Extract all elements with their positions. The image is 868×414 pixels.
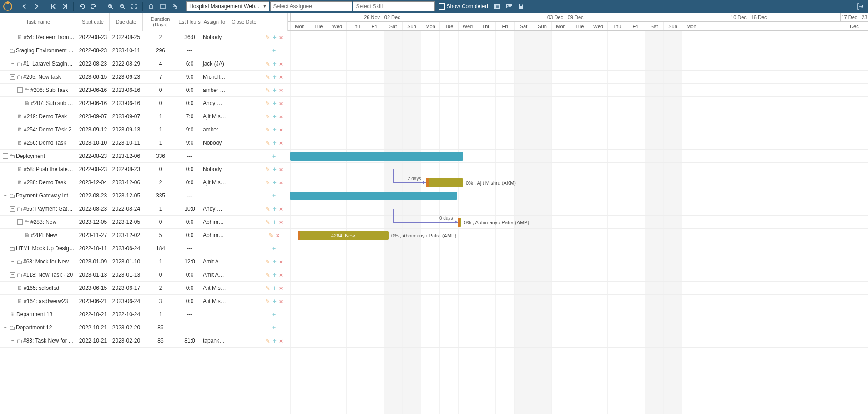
add-icon[interactable]: + — [273, 258, 277, 265]
edit-icon[interactable]: ✎ — [265, 285, 270, 292]
add-icon[interactable]: + — [272, 192, 276, 199]
task-row[interactable]: 🗎 #254: Demo TAsk 22023-09-122023-09-131… — [0, 123, 290, 136]
delete-icon[interactable]: × — [279, 272, 283, 278]
zoom-fit-button[interactable] — [129, 1, 140, 11]
export-excel-button[interactable]: ▦ — [492, 1, 503, 11]
add-icon[interactable]: + — [272, 47, 276, 54]
edit-icon[interactable]: ✎ — [265, 126, 270, 133]
collapse-toggle[interactable]: − — [10, 338, 15, 343]
group-bar[interactable] — [290, 152, 463, 161]
collapse-toggle[interactable]: − — [10, 206, 15, 212]
collapse-toggle[interactable]: − — [10, 259, 15, 264]
edit-icon[interactable]: ✎ — [265, 113, 270, 120]
delete-icon[interactable]: × — [279, 74, 283, 81]
task-row[interactable]: 🗎 #58: Push the latest code2022-08-23202… — [0, 163, 290, 176]
delete-icon[interactable]: × — [279, 219, 283, 226]
collapse-toggle[interactable]: − — [10, 74, 15, 80]
task-row[interactable]: −🗀 #283: New2023-12-052023-12-0500:0Abhi… — [0, 216, 290, 229]
delete-icon[interactable]: × — [279, 166, 283, 173]
task-row[interactable]: −🗀 Payment Gateway Integration2022-08-23… — [0, 189, 290, 202]
nav-forward-button[interactable] — [31, 1, 42, 11]
task-bar[interactable]: #284: New0% , Abhimanyu Patra (AMP) — [298, 231, 389, 240]
add-icon[interactable]: + — [273, 284, 277, 292]
delete-icon[interactable]: × — [279, 87, 283, 94]
task-bar[interactable]: 0% , Ajit Mishra (AKM) — [426, 178, 463, 187]
edit-icon[interactable]: ✎ — [265, 87, 270, 94]
add-icon[interactable]: + — [273, 86, 277, 94]
collapse-toggle[interactable]: − — [10, 272, 15, 278]
add-icon[interactable]: + — [272, 152, 276, 160]
edit-icon[interactable]: ✎ — [265, 61, 270, 67]
task-row[interactable]: −🗀 Staging Environment Setup2022-08-2320… — [0, 44, 290, 57]
export-image-button[interactable] — [504, 1, 515, 11]
nav-back-button[interactable] — [19, 1, 30, 11]
delete-icon[interactable]: × — [279, 285, 283, 292]
go-last-button[interactable] — [60, 1, 71, 11]
edit-icon[interactable]: ✎ — [265, 219, 270, 226]
add-icon[interactable]: + — [273, 73, 277, 81]
delete-icon[interactable]: × — [279, 34, 283, 41]
add-icon[interactable]: + — [273, 100, 277, 107]
edit-icon[interactable]: ✎ — [265, 179, 270, 186]
add-icon[interactable]: + — [273, 60, 277, 67]
task-row[interactable]: −🗀 #68: Mock for New Home2023-01-092023-… — [0, 255, 290, 268]
add-icon[interactable]: + — [273, 126, 277, 133]
edit-icon[interactable]: ✎ — [265, 206, 270, 212]
task-row[interactable]: −🗀 #206: Sub Task2023-06-162023-06-1600:… — [0, 84, 290, 97]
edit-icon[interactable]: ✎ — [265, 166, 270, 173]
undo-button[interactable] — [76, 1, 87, 11]
redo-button[interactable] — [88, 1, 99, 11]
fullscreen-button[interactable] — [157, 1, 168, 11]
edit-icon[interactable]: ✎ — [265, 74, 270, 81]
task-row[interactable]: −🗀 Deployment2022-08-232023-12-06336---+ — [0, 150, 290, 163]
delete-icon[interactable]: × — [279, 61, 283, 67]
task-row[interactable]: −🗀 #1: Laravel Staging Env2022-08-232022… — [0, 57, 290, 71]
collapse-toggle[interactable]: − — [3, 325, 8, 330]
add-icon[interactable]: + — [272, 324, 276, 331]
edit-icon[interactable]: ✎ — [265, 298, 270, 305]
task-row[interactable]: −🗀 HTML Mock Up Designs2022-10-112023-06… — [0, 242, 290, 255]
collapse-toggle[interactable]: − — [3, 48, 8, 53]
show-completed-toggle[interactable]: Show Completed — [436, 3, 491, 10]
task-row[interactable]: −🗀 #56: Payment Gateway2022-08-232022-08… — [0, 202, 290, 216]
collapse-toggle[interactable]: − — [3, 246, 8, 251]
edit-icon[interactable]: ✎ — [265, 34, 270, 41]
exit-button[interactable] — [855, 1, 866, 11]
task-row[interactable]: −🗀 #83: Task New for Design2022-10-21202… — [0, 334, 290, 348]
add-icon[interactable]: + — [273, 298, 277, 305]
delete-button[interactable] — [146, 1, 156, 11]
add-icon[interactable]: + — [273, 139, 277, 146]
skill-input[interactable] — [353, 1, 435, 11]
task-row[interactable]: 🗎 #288: Demo Task2023-12-042023-12-0620:… — [0, 176, 290, 189]
delete-icon[interactable]: × — [279, 338, 283, 344]
add-icon[interactable]: + — [273, 179, 277, 186]
project-select[interactable]: Hospital Management Web... — [186, 1, 269, 11]
collapse-toggle[interactable]: − — [10, 61, 15, 66]
task-bar[interactable]: 0% , Abhimanyu Patra (AMP) — [458, 218, 461, 227]
task-row[interactable]: −🗀 Department 122022-10-212023-02-2086--… — [0, 321, 290, 334]
go-first-button[interactable] — [48, 1, 59, 11]
task-row[interactable]: −🗀 #205: New task2023-06-152023-06-2379:… — [0, 71, 290, 84]
task-row[interactable]: 🗎 #266: Demo Task2023-10-102023-10-1119:… — [0, 136, 290, 150]
edit-icon[interactable]: ✎ — [265, 258, 270, 265]
collapse-toggle[interactable]: − — [17, 219, 23, 225]
assignee-input[interactable] — [270, 1, 352, 11]
group-bar[interactable] — [290, 192, 457, 200]
flow-button[interactable] — [169, 1, 180, 11]
app-logo[interactable] — [2, 1, 13, 11]
delete-icon[interactable]: × — [279, 298, 283, 305]
task-row[interactable]: 🗎 #249: Demo TAsk2023-09-072023-09-0717:… — [0, 110, 290, 123]
task-row[interactable]: 🗎 Department 132022-10-212022-10-241---+ — [0, 308, 290, 321]
add-icon[interactable]: + — [273, 271, 277, 278]
collapse-toggle[interactable]: − — [17, 87, 23, 93]
delete-icon[interactable]: × — [279, 206, 283, 212]
edit-icon[interactable]: ✎ — [265, 140, 270, 146]
delete-icon[interactable]: × — [279, 179, 283, 186]
task-row[interactable]: 🗎 #284: New2023-11-272023-12-0250:0Abhim… — [0, 229, 290, 242]
add-icon[interactable]: + — [273, 34, 277, 41]
zoom-out-button[interactable] — [117, 1, 128, 11]
add-icon[interactable]: + — [273, 205, 277, 212]
edit-icon[interactable]: ✎ — [265, 272, 270, 278]
task-row[interactable]: 🗎 #207: Sub sub task2023-06-162023-06-16… — [0, 97, 290, 110]
task-row[interactable]: −🗀 #118: New Task - 202023-01-132023-01-… — [0, 268, 290, 282]
